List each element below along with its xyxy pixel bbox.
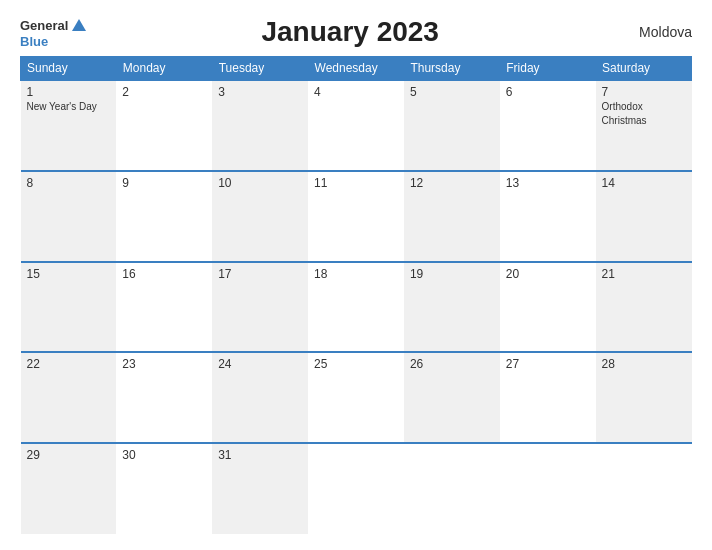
day-number: 12 (410, 176, 494, 190)
calendar-day-cell: 23 (116, 352, 212, 443)
country-label: Moldova (612, 24, 692, 40)
weekday-header-row: Sunday Monday Tuesday Wednesday Thursday… (21, 57, 692, 81)
day-number: 7 (602, 85, 686, 99)
day-number: 17 (218, 267, 302, 281)
header-thursday: Thursday (404, 57, 500, 81)
calendar-day-cell: 21 (596, 262, 692, 353)
day-number: 23 (122, 357, 206, 371)
header-tuesday: Tuesday (212, 57, 308, 81)
calendar-day-cell: 18 (308, 262, 404, 353)
calendar-day-cell: 28 (596, 352, 692, 443)
day-number: 29 (27, 448, 111, 462)
day-number: 5 (410, 85, 494, 99)
day-number: 27 (506, 357, 590, 371)
calendar-week-row: 891011121314 (21, 171, 692, 262)
header: General Blue January 2023 Moldova (20, 16, 692, 48)
calendar-day-cell: 11 (308, 171, 404, 262)
day-number: 24 (218, 357, 302, 371)
calendar-day-cell: 31 (212, 443, 308, 534)
day-number: 9 (122, 176, 206, 190)
calendar-day-cell (308, 443, 404, 534)
day-number: 15 (27, 267, 111, 281)
day-number: 25 (314, 357, 398, 371)
calendar-day-cell: 12 (404, 171, 500, 262)
calendar-day-cell: 1New Year's Day (21, 80, 117, 171)
calendar-day-cell: 6 (500, 80, 596, 171)
day-number: 22 (27, 357, 111, 371)
day-number: 18 (314, 267, 398, 281)
day-number: 21 (602, 267, 686, 281)
calendar-day-cell: 5 (404, 80, 500, 171)
day-number: 28 (602, 357, 686, 371)
calendar-week-row: 1New Year's Day234567Orthodox Christmas (21, 80, 692, 171)
day-number: 4 (314, 85, 398, 99)
day-number: 20 (506, 267, 590, 281)
calendar-title: January 2023 (88, 16, 612, 48)
calendar-day-cell: 26 (404, 352, 500, 443)
calendar-day-cell: 10 (212, 171, 308, 262)
day-number: 11 (314, 176, 398, 190)
svg-marker-0 (72, 19, 86, 31)
day-number: 10 (218, 176, 302, 190)
calendar-day-cell: 27 (500, 352, 596, 443)
calendar-day-cell: 7Orthodox Christmas (596, 80, 692, 171)
calendar-week-row: 15161718192021 (21, 262, 692, 353)
day-number: 26 (410, 357, 494, 371)
day-event: Orthodox Christmas (602, 101, 647, 126)
header-monday: Monday (116, 57, 212, 81)
logo-icon (70, 17, 88, 35)
day-number: 13 (506, 176, 590, 190)
day-number: 1 (27, 85, 111, 99)
calendar-table: Sunday Monday Tuesday Wednesday Thursday… (20, 56, 692, 534)
calendar-day-cell: 20 (500, 262, 596, 353)
calendar-day-cell: 9 (116, 171, 212, 262)
calendar-page: General Blue January 2023 Moldova Sunday… (0, 0, 712, 550)
calendar-day-cell (596, 443, 692, 534)
logo-general-text: General (20, 19, 68, 32)
day-number: 3 (218, 85, 302, 99)
day-number: 30 (122, 448, 206, 462)
logo-blue-text: Blue (20, 35, 48, 48)
calendar-day-cell: 3 (212, 80, 308, 171)
calendar-day-cell: 22 (21, 352, 117, 443)
header-sunday: Sunday (21, 57, 117, 81)
calendar-day-cell: 2 (116, 80, 212, 171)
day-number: 19 (410, 267, 494, 281)
calendar-day-cell (404, 443, 500, 534)
calendar-day-cell: 14 (596, 171, 692, 262)
calendar-day-cell (500, 443, 596, 534)
header-saturday: Saturday (596, 57, 692, 81)
calendar-day-cell: 24 (212, 352, 308, 443)
calendar-day-cell: 17 (212, 262, 308, 353)
day-number: 2 (122, 85, 206, 99)
day-event: New Year's Day (27, 101, 97, 112)
day-number: 8 (27, 176, 111, 190)
day-number: 16 (122, 267, 206, 281)
calendar-week-row: 293031 (21, 443, 692, 534)
calendar-day-cell: 8 (21, 171, 117, 262)
day-number: 31 (218, 448, 302, 462)
calendar-day-cell: 15 (21, 262, 117, 353)
header-wednesday: Wednesday (308, 57, 404, 81)
day-number: 14 (602, 176, 686, 190)
calendar-day-cell: 25 (308, 352, 404, 443)
calendar-week-row: 22232425262728 (21, 352, 692, 443)
calendar-day-cell: 4 (308, 80, 404, 171)
calendar-day-cell: 30 (116, 443, 212, 534)
calendar-day-cell: 13 (500, 171, 596, 262)
calendar-day-cell: 29 (21, 443, 117, 534)
calendar-day-cell: 19 (404, 262, 500, 353)
calendar-day-cell: 16 (116, 262, 212, 353)
logo: General Blue (20, 17, 88, 48)
header-friday: Friday (500, 57, 596, 81)
day-number: 6 (506, 85, 590, 99)
